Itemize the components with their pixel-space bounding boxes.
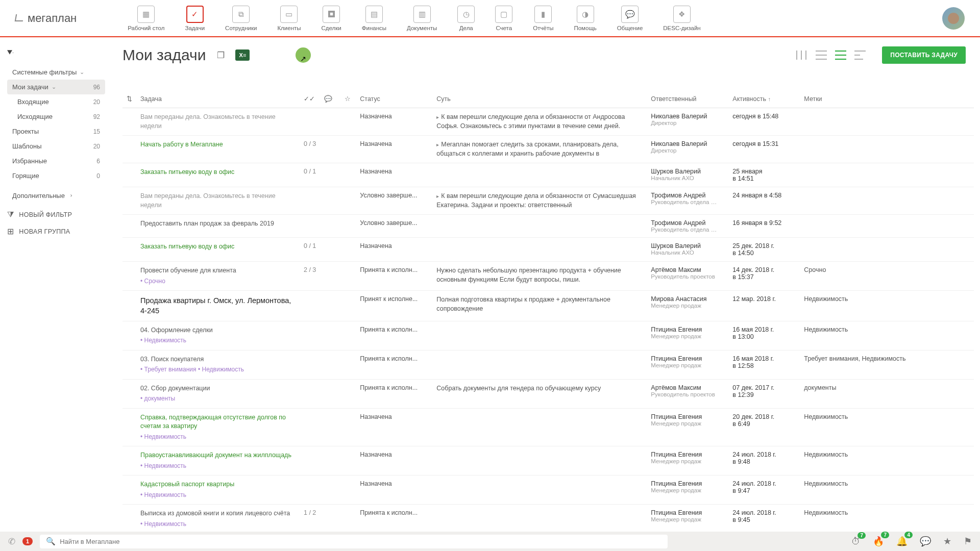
nav-label: Общение — [617, 25, 643, 31]
table-row[interactable]: Правоустанавливающий документ на жилплощ… — [122, 446, 974, 475]
nav-icon: ❖ — [673, 6, 691, 23]
avatar[interactable] — [942, 7, 965, 30]
filter-icon[interactable]: ▾. — [7, 46, 14, 57]
nav-Дела[interactable]: ◷Дела — [457, 6, 475, 31]
chat-icon[interactable]: 💬 — [920, 536, 931, 547]
table-row[interactable]: Выписка из домовой книги и копия лицевог… — [122, 505, 974, 532]
nav-Финансы[interactable]: ▤Финансы — [362, 6, 386, 31]
nav-Сотрудники[interactable]: ⧉Сотрудники — [225, 6, 257, 31]
table-row[interactable]: Кадастровый паспорт квартирыНедвижимость… — [122, 475, 974, 505]
star-icon[interactable]: ★ — [943, 536, 951, 547]
nav-Задачи[interactable]: ✓Задачи — [185, 6, 205, 31]
nav-icon: 🞑 — [323, 6, 340, 23]
col-gist[interactable]: Суть — [432, 90, 647, 108]
feedback-icon[interactable]: ⚑ — [964, 536, 972, 547]
nav-Сделки[interactable]: 🞑Сделки — [322, 6, 341, 31]
page-header: Мои задачи ❐ X≡ ПОСТАВИТЬ ЗАДАЧУ — [0, 37, 980, 69]
nav-label: Сделки — [322, 25, 341, 31]
fire-icon[interactable]: 🔥7 — [873, 536, 884, 547]
table-row[interactable]: Предоставить план продаж за февраль 2019… — [122, 215, 974, 238]
cursor-indicator — [296, 47, 311, 63]
bottom-bar: ✆ 1 🔍 ⏱7 🔥7 🔔4 💬 ★ ⚑ — [0, 532, 980, 551]
nav-Клиенты[interactable]: ▭Клиенты — [277, 6, 301, 31]
sidebar: ▾. Системные фильтры⌄ Мои задачи⌄96Входя… — [0, 37, 112, 532]
sidebar-item[interactable]: Исходящие92 — [7, 109, 105, 124]
sidebar-item[interactable]: Проекты15 — [7, 124, 105, 139]
search-input[interactable] — [60, 538, 662, 545]
export-excel-button[interactable]: X≡ — [235, 49, 250, 61]
create-task-button[interactable]: ПОСТАВИТЬ ЗАДАЧУ — [882, 46, 966, 64]
nav-icon: 💬 — [621, 6, 639, 23]
copy-icon[interactable]: ❐ — [213, 47, 228, 63]
page-title: Мои задачи — [122, 46, 206, 64]
sidebar-item[interactable]: Входящие20 — [7, 94, 105, 109]
nav-Помощь[interactable]: ◑Помощь — [574, 6, 596, 31]
nav-label: Счета — [496, 25, 512, 31]
nav-label: Документы — [407, 25, 437, 31]
table-row[interactable]: Провести обучение для клиентаСрочно 2 / … — [122, 262, 974, 291]
col-labels[interactable]: Метки — [800, 90, 974, 108]
nav-Отчёты[interactable]: ▮Отчёты — [533, 6, 553, 31]
col-activity[interactable]: Активность ↑ — [728, 90, 800, 108]
nav-Документы[interactable]: ▥Документы — [407, 6, 437, 31]
sidebar-item[interactable]: Горящие0 — [7, 168, 105, 183]
sidebar-item[interactable]: Шаблоны20 — [7, 139, 105, 154]
col-star[interactable]: ☆ — [340, 90, 356, 108]
nav-Общение[interactable]: 💬Общение — [617, 6, 643, 31]
view-list-short[interactable] — [854, 51, 866, 60]
timer-icon[interactable]: ⏱7 — [851, 536, 861, 547]
table-row[interactable]: Вам переданы дела. Ознакомьтесь в течени… — [122, 187, 974, 215]
top-navigation: мегаплан ▦Рабочий стол✓Задачи⧉Сотрудники… — [0, 0, 980, 37]
table-row[interactable]: Заказать питьевую воду в офис 0 / 1 Назн… — [122, 238, 974, 262]
sidebar-item[interactable]: Мои задачи⌄96 — [7, 80, 105, 94]
nav-label: Клиенты — [277, 25, 301, 31]
col-comment[interactable]: 💬 — [320, 90, 340, 108]
table-row[interactable]: Справка, подтверждающая отсутствие долго… — [122, 408, 974, 446]
nav-icon: ▢ — [495, 6, 512, 23]
new-filter-button[interactable]: ⧩НОВЫЙ ФИЛЬТР — [7, 210, 105, 219]
nav-label: Отчёты — [533, 25, 553, 31]
logo[interactable]: мегаплан — [15, 12, 77, 25]
nav-icon: ⧉ — [232, 6, 250, 23]
view-list-compact[interactable] — [835, 51, 846, 60]
global-search[interactable]: 🔍 — [40, 535, 668, 548]
nav-Счета[interactable]: ▢Счета — [495, 6, 512, 31]
nav-DESC-дизайн[interactable]: ❖DESC-дизайн — [663, 6, 700, 31]
nav-icon: ✓ — [186, 6, 204, 23]
nav-label: Задачи — [185, 25, 205, 31]
nav-label: Рабочий стол — [128, 25, 164, 31]
table-row[interactable]: Начать работу в Мегаплане 0 / 3 Назначен… — [122, 136, 974, 163]
col-check[interactable]: ✓✓ — [300, 90, 320, 108]
plus-box-icon: ⊞ — [7, 227, 14, 236]
bell-icon[interactable]: 🔔4 — [896, 536, 908, 547]
table-row[interactable]: 04. Оформление сделкиНедвижимость Принят… — [122, 321, 974, 350]
nav-icon: ◷ — [457, 6, 475, 23]
nav-label: DESC-дизайн — [663, 25, 700, 31]
col-responsible[interactable]: Ответственный — [647, 90, 728, 108]
phone-icon[interactable]: ✆ — [8, 536, 15, 547]
table-row[interactable]: Продажа квартиры г. Омск, ул. Лермонтова… — [122, 291, 974, 321]
nav-icon: ◑ — [577, 6, 594, 23]
nav-label: Дела — [459, 25, 473, 31]
sidebar-additional[interactable]: Дополнительные⌄ — [7, 188, 105, 203]
table-row[interactable]: Заказать питьевую воду в офис 0 / 1 Назн… — [122, 163, 974, 187]
phone-badge: 1 — [22, 537, 33, 545]
view-list[interactable] — [816, 51, 827, 60]
nav-Рабочий стол[interactable]: ▦Рабочий стол — [128, 6, 164, 31]
col-status[interactable]: Статус — [356, 90, 432, 108]
col-task[interactable]: Задача — [136, 90, 300, 108]
col-handle[interactable]: ⇅ — [122, 90, 136, 108]
sidebar-item[interactable]: Избранные6 — [7, 154, 105, 168]
nav-icon: ▭ — [280, 6, 298, 23]
nav-icon: ▥ — [413, 6, 431, 23]
nav-icon: ▮ — [534, 6, 552, 23]
nav-label: Сотрудники — [225, 25, 257, 31]
view-columns[interactable] — [796, 51, 807, 60]
nav-label: Помощь — [574, 25, 596, 31]
table-row[interactable]: Вам переданы дела. Ознакомьтесь в течени… — [122, 108, 974, 136]
nav-icon: ▦ — [137, 6, 155, 23]
table-row[interactable]: 02. Сбор документациидокументы Принята к… — [122, 379, 974, 408]
sidebar-system-filters[interactable]: Системные фильтры⌄ — [7, 65, 105, 80]
new-group-button[interactable]: ⊞НОВАЯ ГРУППА — [7, 227, 105, 236]
table-row[interactable]: 03. Поиск покупателяТребует внимания Нед… — [122, 350, 974, 379]
